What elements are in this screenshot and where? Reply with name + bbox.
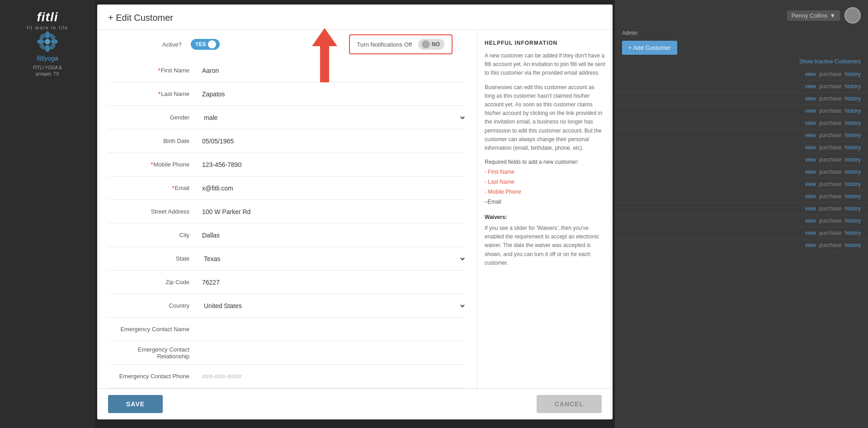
purchase-link[interactable]: purchase	[818, 83, 842, 90]
purchase-link[interactable]: purchase	[818, 181, 842, 187]
purchase-link[interactable]: purchase	[818, 230, 842, 236]
list-item: view purchase history	[615, 239, 868, 252]
purchase-link[interactable]: purchase	[818, 218, 842, 224]
purchase-link[interactable]: purchase	[818, 242, 842, 248]
purchase-link[interactable]: purchase	[819, 71, 841, 77]
active-toggle[interactable]: YES	[191, 39, 220, 50]
history-link[interactable]: history	[843, 242, 861, 248]
modal-header: + Edit Customer	[97, 5, 613, 30]
list-item: view purchase history	[615, 117, 868, 129]
view-link[interactable]: view	[805, 205, 816, 212]
user-menu-button[interactable]: Penny Collins ▼	[787, 10, 840, 21]
history-link[interactable]: history	[843, 132, 861, 138]
history-link[interactable]: history	[843, 218, 861, 224]
history-link[interactable]: history	[843, 144, 861, 151]
purchase-link[interactable]: purchase	[818, 132, 842, 138]
birth-date-input[interactable]	[198, 133, 466, 149]
view-link[interactable]: view	[805, 108, 816, 114]
view-link[interactable]: view	[805, 181, 816, 187]
list-item: view purchase history	[615, 105, 868, 117]
list-item: view purchase history	[615, 203, 868, 215]
purchase-link[interactable]: purchase	[818, 108, 842, 114]
history-link[interactable]: history	[843, 230, 861, 236]
birth-date-row: Birth Date	[108, 129, 466, 153]
logo-text: fitli	[37, 10, 58, 24]
view-link[interactable]: view	[805, 120, 816, 126]
last-name-label: Last Name	[108, 90, 198, 97]
view-link[interactable]: view	[805, 242, 816, 248]
gender-select[interactable]: male female other	[198, 109, 466, 126]
right-panel: Penny Collins ▼ Admin + Add Customer Sho…	[615, 0, 868, 428]
purchase-link[interactable]: purchase	[818, 193, 842, 200]
view-link[interactable]: view	[805, 132, 816, 138]
view-link[interactable]: view	[805, 71, 816, 77]
right-header: Penny Collins ▼	[615, 5, 868, 26]
add-customer-button[interactable]: + Add Customer	[622, 41, 677, 55]
modal-title: + Edit Customer	[108, 13, 602, 23]
view-link[interactable]: view	[805, 218, 816, 224]
street-address-row: Street Address	[108, 200, 466, 224]
last-name-input[interactable]	[198, 86, 466, 102]
purchase-link[interactable]: purchase	[818, 120, 842, 126]
view-link[interactable]: view	[805, 157, 816, 163]
email-input[interactable]	[198, 180, 466, 196]
view-link[interactable]: view	[805, 144, 816, 151]
emergency-name-input[interactable]	[198, 321, 466, 338]
list-item: view purchase history	[615, 93, 868, 105]
history-link[interactable]: history	[843, 120, 861, 126]
city-input[interactable]	[198, 227, 466, 243]
view-link[interactable]: view	[805, 83, 816, 90]
state-select[interactable]: Texas California New York	[198, 250, 466, 267]
list-item: view purchase history	[615, 142, 868, 154]
country-label: Country	[108, 302, 198, 309]
emergency-name-label: Emergency Contact Name	[108, 326, 198, 333]
required-mobile-phone: - Mobile Phone	[485, 188, 605, 196]
required-first-name: - First Name	[485, 168, 605, 176]
list-item: view purchase history	[615, 190, 868, 203]
gender-row: Gender male female other	[108, 106, 466, 129]
zip-code-input[interactable]	[198, 274, 466, 290]
svg-point-0	[45, 39, 50, 44]
history-link[interactable]: history	[843, 83, 861, 90]
history-link[interactable]: history	[845, 71, 861, 77]
sidebar-logo: fitli fit more in life fitliyoga FITLI Y…	[0, 5, 95, 83]
view-link[interactable]: view	[805, 95, 816, 102]
emergency-phone-input[interactable]	[198, 368, 466, 385]
history-link[interactable]: history	[843, 181, 861, 187]
history-link[interactable]: history	[843, 95, 861, 102]
emergency-relationship-input[interactable]	[198, 345, 466, 361]
history-link[interactable]: history	[843, 193, 861, 200]
list-item: view purchase history	[615, 81, 868, 93]
required-last-name: - Last Name	[485, 178, 605, 186]
logo-tagline: fit more in life	[27, 25, 68, 30]
view-link[interactable]: view	[805, 193, 816, 200]
history-link[interactable]: history	[843, 205, 861, 212]
purchase-link[interactable]: purchase	[818, 205, 842, 212]
first-name-row: First Name	[108, 59, 466, 82]
save-button[interactable]: SAVE	[108, 395, 163, 413]
emergency-relationship-label: Emergency Contact Relationship	[108, 346, 198, 360]
notification-toggle[interactable]: NO	[418, 39, 444, 50]
mobile-phone-row: Mobile Phone	[108, 153, 466, 176]
history-link[interactable]: history	[843, 169, 861, 175]
view-link[interactable]: view	[805, 169, 816, 175]
purchase-link[interactable]: purchase	[818, 169, 842, 175]
show-inactive-button[interactable]: Show Inactive Customers	[622, 58, 861, 65]
purchase-link[interactable]: purchase	[818, 95, 842, 102]
view-link[interactable]: view	[805, 230, 816, 236]
chevron-down-icon: ▼	[830, 12, 835, 19]
zip-code-label: Zip Code	[108, 279, 198, 285]
mobile-phone-input[interactable]	[198, 157, 466, 173]
role-label: Admin	[615, 28, 868, 38]
history-link[interactable]: history	[843, 108, 861, 114]
toggle-circle	[208, 40, 216, 48]
info-paragraph-2: Businesses can edit this customer accoun…	[485, 83, 605, 153]
cancel-button[interactable]: CANCEL	[537, 395, 602, 413]
country-select[interactable]: United States Canada Mexico	[198, 297, 466, 314]
history-link[interactable]: history	[843, 157, 861, 163]
street-address-input[interactable]	[198, 204, 466, 220]
customer-list: view purchase history view purchase hist…	[615, 68, 868, 252]
first-name-input[interactable]	[198, 62, 466, 79]
purchase-link[interactable]: purchase	[818, 144, 842, 151]
purchase-link[interactable]: purchase	[818, 157, 842, 163]
